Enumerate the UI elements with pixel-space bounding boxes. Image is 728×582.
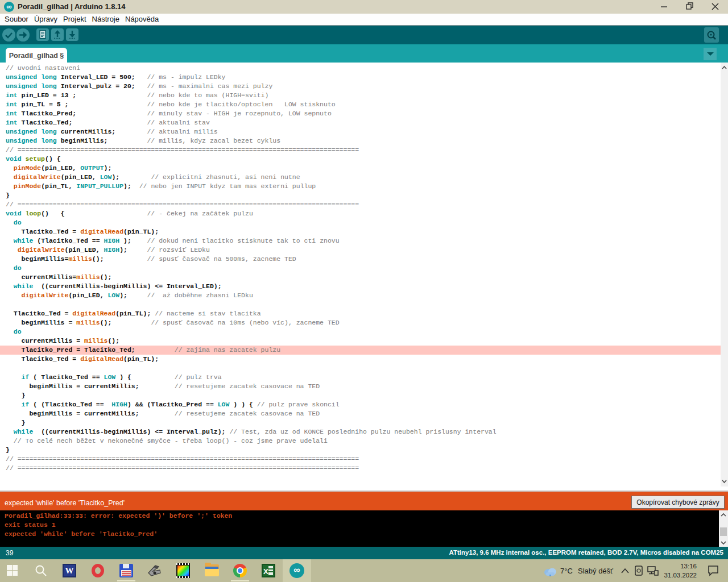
open-icon [51,28,64,41]
menu-upravy[interactable]: Úpravy [31,14,60,23]
console-scrollbar[interactable] [719,510,728,547]
tray-clock[interactable]: 13:16 31.03.2022 [661,562,697,580]
status-bar: 39 ATtiny13, 9.6 MHz internal osc., EEPR… [0,547,728,559]
code-line-2[interactable]: unsigned long Interval_LED = 500; // ms … [0,73,721,82]
search-button[interactable] [27,559,55,582]
code-line-38[interactable]: if ( (Tlacitko_Ted == HIGH) && (Tlacitko… [0,400,721,409]
code-line-30[interactable]: do [0,327,721,336]
scroll-up-icon[interactable] [721,64,728,72]
code-line-7[interactable]: int Tlacitko_Ted; // aktualni stav [0,118,721,127]
code-line-11[interactable]: void setup() { [0,155,721,164]
scroll-down-icon[interactable] [719,539,728,547]
code-line-4[interactable]: int pin_LED = 13 ; // nebo kde to mas (H… [0,91,721,100]
code-line-36[interactable]: beginMillis = currentMillis; // resetuje… [0,382,721,391]
code-line-17[interactable]: void loop() { // - čekej na začátek pulz… [0,209,721,218]
weather-cloud-icon[interactable] [543,566,557,576]
code-line-14[interactable]: pinMode(pin_TL, INPUT_PULLUP); // nebo j… [0,182,721,191]
taskbar-arduino-active[interactable]: ∞ [283,559,311,582]
verify-button[interactable] [2,28,15,41]
code-line-9[interactable]: unsigned long beginMillis; // millis, kd… [0,136,721,146]
menu-projekt[interactable]: Projekt [60,14,89,23]
code-editor[interactable]: // uvodni nastaveniunsigned long Interva… [0,63,728,490]
code-text[interactable]: // uvodni nastaveniunsigned long Interva… [0,64,721,473]
code-line-28[interactable]: Tlacitko_Ted = digitalRead(pin_TL); // n… [0,309,721,318]
code-line-21[interactable]: digitalWrite(pin_LED, HIGH); // rozsviť … [0,246,721,255]
close-button[interactable] [702,0,728,14]
code-line-19[interactable]: Tlacitko_Ted = digitalRead(pin_TL); [0,227,721,236]
word-icon: W [63,564,76,577]
network-tray-icon[interactable] [647,566,659,576]
code-line-16[interactable]: // =====================================… [0,200,721,209]
code-line-41[interactable]: while ((currentMillis-beginMillis) <= In… [0,427,721,436]
code-line-10[interactable]: // =====================================… [0,146,721,155]
copy-error-button[interactable]: Okopírovat chybové zprávy [631,496,725,509]
code-line-24[interactable]: currentMillis=millis(); [0,273,721,282]
code-line-32[interactable]: Tlacitko_Pred = Tlacitko_Ted; // zajima … [0,346,721,355]
editor-scrollbar[interactable] [721,63,728,487]
action-center-icon[interactable] [707,565,719,576]
code-line-5[interactable]: int pin_TL = 5 ; // nebo kde je tlacitko… [0,100,721,109]
upload-arrow-icon [16,28,30,41]
code-line-33[interactable]: Tlacitko_Ted = digitalRead(pin_TL); [0,355,721,364]
code-line-26[interactable]: digitalWrite(pin_LED, LOW); // až doběhn… [0,291,721,300]
new-sketch-button[interactable] [36,28,49,41]
scrollbar-thumb[interactable] [720,527,727,536]
code-line-20[interactable]: while (Tlacitko_Ted == HIGH ); // dokud … [0,236,721,246]
code-line-18[interactable]: do [0,218,721,227]
code-line-13[interactable]: digitalWrite(pin_LED, LOW); // explicitn… [0,173,721,182]
code-line-37[interactable]: } [0,391,721,400]
code-line-39[interactable]: beginMillis = currentMillis; // resetuje… [0,409,721,418]
upload-button[interactable] [16,28,30,41]
tab-poradil-gilhad[interactable]: Poradil_gilhad § [6,48,67,63]
floppy-icon [119,564,133,577]
start-button[interactable] [0,559,27,582]
minimize-button[interactable] [651,0,677,14]
code-line-35[interactable]: if ( Tlacitko_Ted == LOW ) { // pulz trv… [0,373,721,382]
code-line-34[interactable] [0,364,721,373]
save-button[interactable] [66,28,78,41]
device-tray-icon[interactable] [634,566,644,576]
menu-nastroje[interactable]: Nástroje [89,14,122,23]
code-line-40[interactable]: } [0,418,721,427]
code-line-23[interactable]: do [0,264,721,273]
code-line-45[interactable]: // =====================================… [0,464,721,473]
menu-soubor[interactable]: Soubor [2,14,31,23]
opera-icon [92,564,104,577]
taskbar-irfanview[interactable] [169,559,197,582]
tab-list-dropdown-button[interactable] [704,48,717,60]
code-line-1[interactable]: // uvodni nastaveni [0,64,721,73]
code-line-3[interactable]: unsigned long Interval_pulz = 20; // ms … [0,82,721,91]
code-line-25[interactable]: while ((currentMillis-beginMillis) <= In… [0,282,721,291]
code-line-8[interactable]: unsigned long currentMillis; // aktualni… [0,127,721,136]
chrome-icon [233,564,247,577]
tray-weather[interactable]: Slabý déšť [578,567,613,575]
taskbar-file-explorer[interactable] [197,559,226,582]
title-bar[interactable]: ∞ Poradil_gilhad | Arduino 1.8.14 [0,0,728,14]
output-console[interactable]: Poradil_gilhad:33:33: error: expected ')… [0,510,728,547]
scroll-down-icon[interactable] [721,477,728,485]
code-line-31[interactable]: currentMillis = millis(); [0,336,721,346]
taskbar-word[interactable]: W [55,559,84,582]
code-line-12[interactable]: pinMode(pin_LED, OUTPUT); [0,164,721,173]
code-line-22[interactable]: beginMillis=millis(); // spusť časovač n… [0,255,721,264]
taskbar-chrome[interactable] [226,559,254,582]
taskbar-floppy[interactable] [112,559,140,582]
taskbar-excel[interactable]: X [254,559,283,582]
code-line-44[interactable]: // =====================================… [0,455,721,464]
code-line-15[interactable]: } [0,191,721,200]
taskbar-capture-tool[interactable] [140,559,169,582]
serial-monitor-button[interactable] [704,27,719,43]
menu-bar[interactable]: SouborÚpravyProjektNástrojeNápověda [0,14,728,26]
menu-napoveda[interactable]: Nápověda [122,14,162,23]
code-line-29[interactable]: beginMillis = millis(); // spusť časovač… [0,318,721,327]
code-line-27[interactable] [0,300,721,309]
code-line-6[interactable]: int Tlacitko_Pred; // minuly stav - HIGH… [0,109,721,118]
scroll-up-icon[interactable] [719,511,728,519]
code-line-43[interactable]: } [0,446,721,455]
maximize-button[interactable] [677,0,702,14]
chevron-up-icon[interactable] [621,568,629,573]
code-line-42[interactable]: // To celé nech běžet v nekonečné smyčce… [0,436,721,446]
open-button[interactable] [51,28,64,41]
taskbar-opera[interactable] [84,559,112,582]
tray-temperature[interactable]: 7°C [560,567,573,575]
